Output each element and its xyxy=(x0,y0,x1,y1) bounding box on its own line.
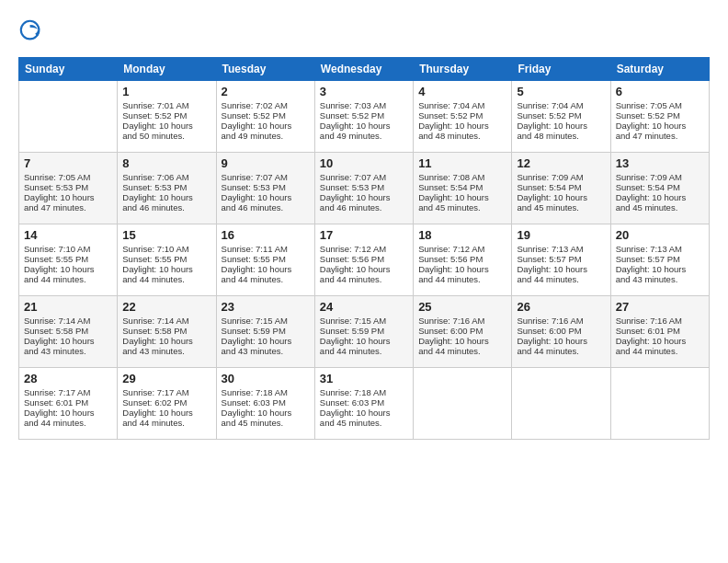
week-row-3: 14Sunrise: 7:10 AMSunset: 5:55 PMDayligh… xyxy=(19,224,710,296)
day-info-line: Sunrise: 7:01 AM xyxy=(122,100,210,110)
day-info-line: Sunrise: 7:18 AM xyxy=(320,387,408,397)
day-info-line: Sunset: 5:55 PM xyxy=(24,254,112,264)
day-info-line: Daylight: 10 hours xyxy=(320,192,408,202)
day-number: 28 xyxy=(24,372,112,385)
col-header-wednesday: Wednesday xyxy=(314,58,413,81)
day-info-line: and 46 minutes. xyxy=(122,202,210,213)
day-info-line: Sunrise: 7:04 AM xyxy=(517,100,605,110)
calendar-cell: 1Sunrise: 7:01 AMSunset: 5:52 PMDaylight… xyxy=(118,81,216,153)
day-info-line: and 44 minutes. xyxy=(122,418,210,428)
day-info-line: and 47 minutes. xyxy=(24,202,112,213)
col-header-tuesday: Tuesday xyxy=(216,58,314,81)
day-info-line: Daylight: 10 hours xyxy=(418,336,506,346)
day-info-line: Sunset: 5:52 PM xyxy=(122,110,210,121)
day-info-line: Sunset: 5:58 PM xyxy=(122,326,210,336)
day-info-line: Daylight: 10 hours xyxy=(122,408,210,418)
calendar-cell: 10Sunrise: 7:07 AMSunset: 5:53 PMDayligh… xyxy=(314,153,413,224)
day-info-line: and 48 minutes. xyxy=(517,131,605,141)
day-info-line: Sunset: 5:52 PM xyxy=(517,110,605,121)
calendar-cell: 31Sunrise: 7:18 AMSunset: 6:03 PMDayligh… xyxy=(314,368,413,440)
day-info-line: Sunset: 5:53 PM xyxy=(222,182,310,192)
day-info-line: Daylight: 10 hours xyxy=(222,264,310,274)
day-info-line: Sunset: 5:56 PM xyxy=(418,254,506,264)
day-info-line: and 45 minutes. xyxy=(517,202,605,213)
day-info-line: Daylight: 10 hours xyxy=(517,192,605,202)
day-number: 8 xyxy=(122,156,210,170)
day-info-line: Daylight: 10 hours xyxy=(418,192,506,202)
calendar-cell xyxy=(512,368,610,440)
day-info-line: Sunset: 5:55 PM xyxy=(122,254,210,264)
day-info-line: and 44 minutes. xyxy=(222,274,310,284)
calendar-cell: 22Sunrise: 7:14 AMSunset: 5:58 PMDayligh… xyxy=(118,296,216,368)
day-info-line: Sunset: 5:53 PM xyxy=(320,182,408,192)
day-info-line: Sunset: 5:57 PM xyxy=(517,254,605,264)
calendar-cell: 21Sunrise: 7:14 AMSunset: 5:58 PMDayligh… xyxy=(19,296,118,368)
day-info-line: and 45 minutes. xyxy=(320,418,408,428)
day-info-line: Sunset: 6:01 PM xyxy=(616,326,704,336)
day-info-line: Sunset: 5:59 PM xyxy=(222,326,310,336)
calendar-cell: 6Sunrise: 7:05 AMSunset: 5:52 PMDaylight… xyxy=(610,81,709,153)
day-info-line: Sunrise: 7:14 AM xyxy=(122,316,210,326)
day-info-line: Sunrise: 7:16 AM xyxy=(616,316,704,326)
day-number: 19 xyxy=(517,228,605,242)
calendar-cell: 8Sunrise: 7:06 AMSunset: 5:53 PMDaylight… xyxy=(118,153,216,224)
day-info-line: and 45 minutes. xyxy=(222,418,310,428)
calendar-cell: 2Sunrise: 7:02 AMSunset: 5:52 PMDaylight… xyxy=(216,81,314,153)
day-info-line: Sunrise: 7:07 AM xyxy=(222,172,310,182)
day-info-line: Daylight: 10 hours xyxy=(24,264,112,274)
day-info-line: Daylight: 10 hours xyxy=(24,408,112,418)
day-info-line: Sunrise: 7:04 AM xyxy=(418,100,506,110)
col-header-saturday: Saturday xyxy=(610,58,709,81)
day-info-line: Sunrise: 7:13 AM xyxy=(517,244,605,254)
day-info-line: Sunset: 6:03 PM xyxy=(222,397,310,408)
day-number: 14 xyxy=(24,228,112,242)
calendar-cell xyxy=(19,81,118,153)
day-info-line: Daylight: 10 hours xyxy=(320,408,408,418)
day-info-line: and 44 minutes. xyxy=(320,346,408,356)
calendar-cell: 15Sunrise: 7:10 AMSunset: 5:55 PMDayligh… xyxy=(118,224,216,296)
col-header-monday: Monday xyxy=(118,58,216,81)
day-info-line: Sunset: 5:53 PM xyxy=(122,182,210,192)
day-info-line: Sunrise: 7:12 AM xyxy=(320,244,408,254)
day-number: 4 xyxy=(418,85,506,98)
day-info-line: Sunset: 5:52 PM xyxy=(616,110,704,121)
day-info-line: Sunrise: 7:16 AM xyxy=(517,316,605,326)
day-number: 15 xyxy=(122,228,210,242)
day-number: 2 xyxy=(222,85,310,98)
calendar-cell: 23Sunrise: 7:15 AMSunset: 5:59 PMDayligh… xyxy=(216,296,314,368)
calendar-cell xyxy=(610,368,709,440)
calendar-cell xyxy=(414,368,512,440)
day-number: 16 xyxy=(222,228,310,242)
day-number: 30 xyxy=(222,372,310,385)
day-info-line: Sunrise: 7:09 AM xyxy=(616,172,704,182)
calendar-cell: 3Sunrise: 7:03 AMSunset: 5:52 PMDaylight… xyxy=(314,81,413,153)
day-info-line: and 44 minutes. xyxy=(418,346,506,356)
day-info-line: Sunrise: 7:16 AM xyxy=(418,316,506,326)
day-info-line: Sunset: 5:52 PM xyxy=(222,110,310,121)
day-info-line: Sunrise: 7:07 AM xyxy=(320,172,408,182)
day-info-line: and 43 minutes. xyxy=(24,346,112,356)
day-info-line: Daylight: 10 hours xyxy=(616,121,704,131)
calendar-cell: 13Sunrise: 7:09 AMSunset: 5:54 PMDayligh… xyxy=(610,153,709,224)
day-number: 12 xyxy=(517,156,605,170)
day-info-line: Daylight: 10 hours xyxy=(616,264,704,274)
day-info-line: Sunset: 5:52 PM xyxy=(418,110,506,121)
day-info-line: Daylight: 10 hours xyxy=(222,408,310,418)
day-info-line: Sunrise: 7:12 AM xyxy=(418,244,506,254)
calendar-cell: 18Sunrise: 7:12 AMSunset: 5:56 PMDayligh… xyxy=(414,224,512,296)
day-info-line: and 43 minutes. xyxy=(222,346,310,356)
week-row-1: 1Sunrise: 7:01 AMSunset: 5:52 PMDaylight… xyxy=(19,81,710,153)
day-info-line: Sunrise: 7:11 AM xyxy=(222,244,310,254)
day-info-line: Sunset: 6:02 PM xyxy=(122,397,210,408)
calendar-cell: 9Sunrise: 7:07 AMSunset: 5:53 PMDaylight… xyxy=(216,153,314,224)
week-row-2: 7Sunrise: 7:05 AMSunset: 5:53 PMDaylight… xyxy=(19,153,710,224)
day-info-line: Daylight: 10 hours xyxy=(222,121,310,131)
day-info-line: Daylight: 10 hours xyxy=(24,336,112,346)
day-info-line: Sunrise: 7:15 AM xyxy=(320,316,408,326)
day-info-line: Sunset: 5:55 PM xyxy=(222,254,310,264)
day-number: 10 xyxy=(320,156,408,170)
day-info-line: Sunset: 5:52 PM xyxy=(320,110,408,121)
day-info-line: Sunset: 5:54 PM xyxy=(418,182,506,192)
day-number: 6 xyxy=(616,85,704,98)
day-info-line: Daylight: 10 hours xyxy=(320,336,408,346)
